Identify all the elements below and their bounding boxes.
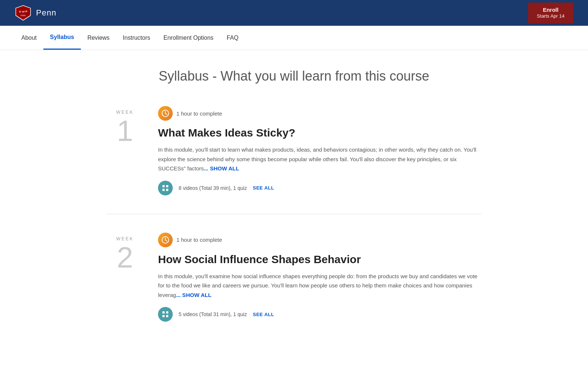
week-2-time-badge: 1 hour to complete	[158, 233, 481, 247]
week-1-time-text: 1 hour to complete	[176, 110, 222, 117]
week-2-time-text: 1 hour to complete	[176, 237, 222, 243]
enroll-label: Enroll	[537, 6, 564, 14]
logo-text: Penn	[36, 8, 56, 18]
enroll-starts: Starts Apr 14	[537, 13, 564, 20]
week-1-title: What Makes Ideas Sticky?	[158, 127, 481, 139]
content-icon-1	[158, 181, 173, 195]
clock-icon-2	[158, 233, 173, 247]
week-2-text: WEEK	[107, 236, 143, 241]
penn-logo-icon: U of P PENN	[15, 4, 32, 21]
week-2-show-all[interactable]: ... SHOW ALL	[176, 292, 211, 298]
week-1-number: 1	[117, 114, 133, 147]
course-nav: About Syllabus Reviews Instructors Enrol…	[0, 26, 588, 50]
svg-line-7	[165, 113, 167, 114]
week-2-content-info: 5 videos (Total 31 min), 1 quiz	[179, 311, 247, 317]
svg-rect-15	[162, 311, 165, 314]
week-2-title: How Social Influence Shapes Behavior	[158, 253, 481, 266]
week-1-content-info: 8 videos (Total 39 min), 1 quiz	[179, 185, 247, 191]
logo-area: U of P PENN Penn	[15, 4, 56, 21]
week-2-number: 2	[117, 241, 133, 274]
svg-text:U of P: U of P	[19, 10, 28, 13]
enroll-button[interactable]: Enroll Starts Apr 14	[528, 3, 573, 23]
svg-rect-11	[166, 189, 168, 191]
week-1-description: In this module, you'll start to learn wh…	[158, 145, 481, 173]
svg-rect-9	[166, 185, 168, 187]
svg-rect-18	[166, 315, 168, 317]
week-2-content: 1 hour to complete How Social Influence …	[158, 233, 481, 322]
week-1-section: WEEK 1 1 hour to complete What Makes Ide…	[107, 106, 481, 214]
nav-item-about[interactable]: About	[15, 26, 43, 49]
nav-item-syllabus[interactable]: Syllabus	[43, 26, 81, 50]
nav-item-reviews[interactable]: Reviews	[81, 26, 116, 49]
week-1-text: WEEK	[107, 110, 143, 115]
nav-item-instructors[interactable]: Instructors	[116, 26, 157, 49]
svg-rect-8	[162, 185, 165, 187]
clock-icon-1	[158, 106, 173, 121]
week-2-section: WEEK 2 1 hour to complete How Social Inf…	[107, 214, 481, 340]
main-content: Syllabus - What you will learn from this…	[92, 50, 496, 358]
svg-line-14	[165, 240, 167, 241]
svg-rect-16	[166, 311, 168, 314]
week-2-meta: 5 videos (Total 31 min), 1 quiz SEE ALL	[158, 307, 481, 322]
nav-item-faq[interactable]: FAQ	[220, 26, 245, 49]
week-1-content: 1 hour to complete What Makes Ideas Stic…	[158, 106, 481, 195]
week-2-label: WEEK 2	[107, 233, 143, 322]
week-1-see-all[interactable]: SEE ALL	[253, 185, 274, 191]
week-2-see-all[interactable]: SEE ALL	[253, 312, 274, 317]
week-1-show-all[interactable]: ... SHOW ALL	[204, 165, 239, 171]
week-1-label: WEEK 1	[107, 106, 143, 195]
page-header: U of P PENN Penn Enroll Starts Apr 14	[0, 0, 588, 26]
week-1-meta: 8 videos (Total 39 min), 1 quiz SEE ALL	[158, 181, 481, 195]
nav-item-enrollment[interactable]: Enrollment Options	[157, 26, 220, 49]
week-1-time-badge: 1 hour to complete	[158, 106, 481, 121]
svg-text:PENN: PENN	[21, 14, 26, 17]
page-title: Syllabus - What you will learn from this…	[107, 68, 481, 84]
content-icon-2	[158, 307, 173, 322]
week-2-description: In this module, you'll examine how socia…	[158, 272, 481, 300]
svg-rect-10	[162, 189, 165, 191]
svg-rect-17	[162, 315, 165, 317]
